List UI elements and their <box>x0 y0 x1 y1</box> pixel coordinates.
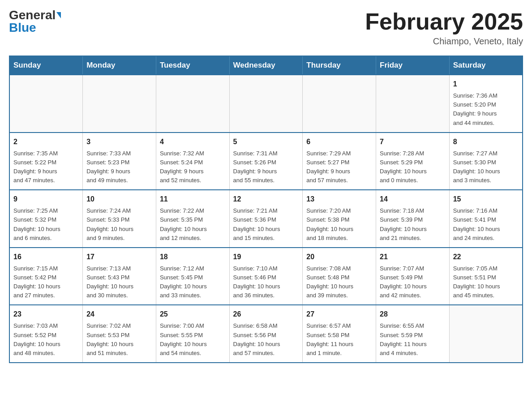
day-number: 10 <box>86 194 152 205</box>
day-detail: Sunrise: 7:21 AM Sunset: 5:36 PM Dayligh… <box>233 206 299 243</box>
day-number: 16 <box>13 252 79 262</box>
day-number: 18 <box>160 252 226 262</box>
day-detail: Sunrise: 7:00 AM Sunset: 5:55 PM Dayligh… <box>160 321 226 358</box>
calendar-table: SundayMondayTuesdayWednesdayThursdayFrid… <box>9 56 523 363</box>
weekday-header-saturday: Saturday <box>449 56 523 75</box>
calendar-week-row: 23Sunrise: 7:03 AM Sunset: 5:52 PM Dayli… <box>9 305 523 363</box>
day-number: 13 <box>306 194 372 205</box>
day-number: 3 <box>86 137 152 147</box>
calendar-day-cell: 6Sunrise: 7:29 AM Sunset: 5:27 PM Daylig… <box>303 133 376 190</box>
day-number: 26 <box>233 309 299 320</box>
calendar-day-cell: 5Sunrise: 7:31 AM Sunset: 5:26 PM Daylig… <box>229 133 303 190</box>
calendar-day-cell: 4Sunrise: 7:32 AM Sunset: 5:24 PM Daylig… <box>156 133 229 190</box>
day-detail: Sunrise: 7:24 AM Sunset: 5:33 PM Dayligh… <box>86 206 152 243</box>
day-number: 22 <box>453 252 519 262</box>
calendar-header: SundayMondayTuesdayWednesdayThursdayFrid… <box>9 56 523 75</box>
calendar-day-cell: 7Sunrise: 7:28 AM Sunset: 5:29 PM Daylig… <box>376 133 450 190</box>
day-number: 1 <box>453 79 519 90</box>
weekday-header-sunday: Sunday <box>9 56 83 75</box>
day-detail: Sunrise: 7:35 AM Sunset: 5:22 PM Dayligh… <box>13 149 79 185</box>
day-detail: Sunrise: 6:57 AM Sunset: 5:58 PM Dayligh… <box>306 321 372 358</box>
calendar-week-row: 1Sunrise: 7:36 AM Sunset: 5:20 PM Daylig… <box>9 75 523 133</box>
day-number: 4 <box>160 137 226 147</box>
weekday-header-tuesday: Tuesday <box>156 56 229 75</box>
day-detail: Sunrise: 7:25 AM Sunset: 5:32 PM Dayligh… <box>13 206 79 243</box>
calendar-body: 1Sunrise: 7:36 AM Sunset: 5:20 PM Daylig… <box>9 75 523 363</box>
day-number: 23 <box>13 309 79 320</box>
calendar-day-cell <box>229 75 303 133</box>
calendar-week-row: 9Sunrise: 7:25 AM Sunset: 5:32 PM Daylig… <box>9 190 523 248</box>
weekday-header-thursday: Thursday <box>303 56 376 75</box>
calendar-day-cell: 16Sunrise: 7:15 AM Sunset: 5:42 PM Dayli… <box>9 248 83 305</box>
calendar-day-cell: 18Sunrise: 7:12 AM Sunset: 5:45 PM Dayli… <box>156 248 229 305</box>
calendar-day-cell: 11Sunrise: 7:22 AM Sunset: 5:35 PM Dayli… <box>156 190 229 248</box>
day-detail: Sunrise: 7:03 AM Sunset: 5:52 PM Dayligh… <box>13 321 79 358</box>
weekday-header-row: SundayMondayTuesdayWednesdayThursdayFrid… <box>9 56 523 75</box>
day-number: 21 <box>380 252 446 262</box>
day-number: 2 <box>13 137 79 147</box>
day-detail: Sunrise: 6:58 AM Sunset: 5:56 PM Dayligh… <box>233 321 299 358</box>
day-number: 6 <box>306 137 372 147</box>
day-detail: Sunrise: 7:32 AM Sunset: 5:24 PM Dayligh… <box>160 149 226 185</box>
day-detail: Sunrise: 7:29 AM Sunset: 5:27 PM Dayligh… <box>306 149 372 185</box>
calendar-day-cell: 13Sunrise: 7:20 AM Sunset: 5:38 PM Dayli… <box>303 190 376 248</box>
calendar-day-cell: 25Sunrise: 7:00 AM Sunset: 5:55 PM Dayli… <box>156 305 229 363</box>
calendar-day-cell: 26Sunrise: 6:58 AM Sunset: 5:56 PM Dayli… <box>229 305 303 363</box>
calendar-day-cell <box>449 305 523 363</box>
title-area: February 2025 Chiampo, Veneto, Italy <box>365 9 523 47</box>
weekday-header-monday: Monday <box>83 56 156 75</box>
day-number: 25 <box>160 309 226 320</box>
day-number: 20 <box>306 252 372 262</box>
calendar-day-cell: 20Sunrise: 7:08 AM Sunset: 5:48 PM Dayli… <box>303 248 376 305</box>
day-detail: Sunrise: 6:55 AM Sunset: 5:59 PM Dayligh… <box>380 321 446 358</box>
day-number: 28 <box>380 309 446 320</box>
calendar-day-cell: 22Sunrise: 7:05 AM Sunset: 5:51 PM Dayli… <box>449 248 523 305</box>
day-number: 11 <box>160 194 226 205</box>
calendar-day-cell: 10Sunrise: 7:24 AM Sunset: 5:33 PM Dayli… <box>83 190 156 248</box>
month-title: February 2025 <box>365 9 523 34</box>
calendar-day-cell: 12Sunrise: 7:21 AM Sunset: 5:36 PM Dayli… <box>229 190 303 248</box>
day-detail: Sunrise: 7:20 AM Sunset: 5:38 PM Dayligh… <box>306 206 372 243</box>
calendar-day-cell: 28Sunrise: 6:55 AM Sunset: 5:59 PM Dayli… <box>376 305 450 363</box>
calendar-day-cell: 24Sunrise: 7:02 AM Sunset: 5:53 PM Dayli… <box>83 305 156 363</box>
calendar-day-cell <box>303 75 376 133</box>
day-detail: Sunrise: 7:08 AM Sunset: 5:48 PM Dayligh… <box>306 264 372 300</box>
day-number: 17 <box>86 252 152 262</box>
day-detail: Sunrise: 7:22 AM Sunset: 5:35 PM Dayligh… <box>160 206 226 243</box>
location-text: Chiampo, Veneto, Italy <box>365 36 523 47</box>
calendar-day-cell <box>376 75 450 133</box>
day-number: 5 <box>233 137 299 147</box>
day-number: 12 <box>233 194 299 205</box>
calendar-week-row: 2Sunrise: 7:35 AM Sunset: 5:22 PM Daylig… <box>9 133 523 190</box>
day-detail: Sunrise: 7:27 AM Sunset: 5:30 PM Dayligh… <box>453 149 519 185</box>
logo-arrow-icon <box>56 12 61 18</box>
calendar-day-cell: 9Sunrise: 7:25 AM Sunset: 5:32 PM Daylig… <box>9 190 83 248</box>
calendar-day-cell <box>156 75 229 133</box>
day-number: 9 <box>13 194 79 205</box>
calendar-day-cell: 2Sunrise: 7:35 AM Sunset: 5:22 PM Daylig… <box>9 133 83 190</box>
calendar-day-cell: 3Sunrise: 7:33 AM Sunset: 5:23 PM Daylig… <box>83 133 156 190</box>
day-detail: Sunrise: 7:16 AM Sunset: 5:41 PM Dayligh… <box>453 206 519 243</box>
calendar-day-cell <box>83 75 156 133</box>
logo-general-text: General <box>9 9 56 21</box>
page-header: General Blue February 2025 Chiampo, Vene… <box>9 9 523 47</box>
weekday-header-friday: Friday <box>376 56 450 75</box>
calendar-day-cell: 15Sunrise: 7:16 AM Sunset: 5:41 PM Dayli… <box>449 190 523 248</box>
day-detail: Sunrise: 7:05 AM Sunset: 5:51 PM Dayligh… <box>453 264 519 300</box>
logo-blue-text: Blue <box>9 21 36 34</box>
calendar-day-cell: 14Sunrise: 7:18 AM Sunset: 5:39 PM Dayli… <box>376 190 450 248</box>
day-detail: Sunrise: 7:12 AM Sunset: 5:45 PM Dayligh… <box>160 264 226 300</box>
calendar-day-cell: 8Sunrise: 7:27 AM Sunset: 5:30 PM Daylig… <box>449 133 523 190</box>
calendar-day-cell <box>9 75 83 133</box>
calendar-day-cell: 23Sunrise: 7:03 AM Sunset: 5:52 PM Dayli… <box>9 305 83 363</box>
day-number: 14 <box>380 194 446 205</box>
day-number: 24 <box>86 309 152 320</box>
day-number: 15 <box>453 194 519 205</box>
day-number: 19 <box>233 252 299 262</box>
day-detail: Sunrise: 7:10 AM Sunset: 5:46 PM Dayligh… <box>233 264 299 300</box>
day-number: 7 <box>380 137 446 147</box>
calendar-day-cell: 27Sunrise: 6:57 AM Sunset: 5:58 PM Dayli… <box>303 305 376 363</box>
weekday-header-wednesday: Wednesday <box>229 56 303 75</box>
day-detail: Sunrise: 7:31 AM Sunset: 5:26 PM Dayligh… <box>233 149 299 185</box>
day-detail: Sunrise: 7:13 AM Sunset: 5:43 PM Dayligh… <box>86 264 152 300</box>
